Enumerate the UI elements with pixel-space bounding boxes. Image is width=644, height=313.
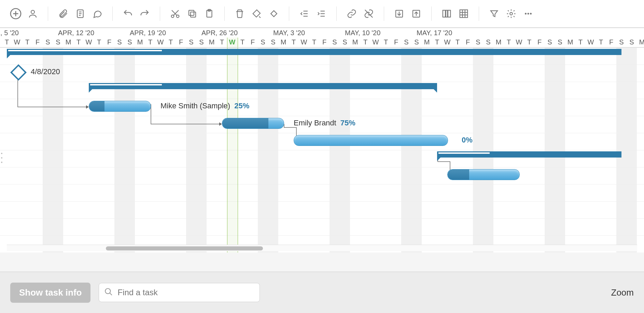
day-label: T xyxy=(504,38,514,46)
copy-button[interactable] xyxy=(185,6,200,21)
grid-button[interactable] xyxy=(456,6,471,21)
day-label: S xyxy=(401,38,411,46)
gantt-row: 4/8/2020 xyxy=(0,65,644,82)
day-label: T xyxy=(289,38,299,46)
separator xyxy=(431,6,432,21)
day-label: T xyxy=(360,38,370,46)
day-label: S xyxy=(114,38,125,46)
comment-button[interactable] xyxy=(90,6,105,21)
day-label: W xyxy=(155,38,166,46)
task-label: 0% xyxy=(458,136,473,145)
day-label: S xyxy=(43,38,53,46)
columns-button[interactable] xyxy=(439,6,454,21)
scrollbar-thumb[interactable] xyxy=(106,246,263,250)
add-button[interactable] xyxy=(8,6,23,21)
link-button[interactable] xyxy=(344,6,359,21)
task-bar[interactable] xyxy=(294,135,448,146)
svg-rect-13 xyxy=(189,10,194,15)
day-label: M xyxy=(135,38,145,46)
day-label: M xyxy=(278,38,289,46)
svg-rect-28 xyxy=(443,10,446,17)
outdent-button[interactable] xyxy=(297,6,312,21)
day-label: S xyxy=(340,38,350,46)
note-button[interactable] xyxy=(73,6,88,21)
undo-button[interactable] xyxy=(120,6,135,21)
day-label: S xyxy=(330,38,340,46)
show-task-info-button[interactable]: Show task info xyxy=(10,283,90,303)
separator xyxy=(224,6,225,21)
task-bar[interactable] xyxy=(447,169,520,180)
day-label: S xyxy=(258,38,268,46)
unlink-button[interactable] xyxy=(361,6,376,21)
summary-bar[interactable] xyxy=(7,49,621,55)
day-label: S xyxy=(555,38,565,46)
svg-point-36 xyxy=(510,12,513,15)
week-label: APR, 19 '20 xyxy=(130,29,166,37)
summary-bar[interactable] xyxy=(437,151,621,158)
day-label: F xyxy=(391,38,401,46)
horizontal-scrollbar[interactable] xyxy=(7,245,637,251)
day-label: S xyxy=(473,38,483,46)
day-label: T xyxy=(2,38,12,46)
task-bar[interactable] xyxy=(222,118,284,129)
cut-button[interactable] xyxy=(168,6,183,21)
assign-button[interactable] xyxy=(25,6,40,21)
day-label: F xyxy=(176,38,186,46)
search-icon xyxy=(104,287,113,298)
day-label: W xyxy=(12,38,22,46)
paint-button[interactable] xyxy=(249,6,264,21)
find-task-input[interactable] xyxy=(99,283,260,302)
day-label: W xyxy=(370,38,381,46)
settings-button[interactable] xyxy=(504,6,519,21)
day-label: S xyxy=(186,38,196,46)
indent-button[interactable] xyxy=(314,6,329,21)
day-label: S xyxy=(616,38,627,46)
day-label: T xyxy=(575,38,586,46)
day-label: S xyxy=(545,38,555,46)
separator xyxy=(479,6,479,21)
day-label: M xyxy=(637,38,644,46)
svg-rect-16 xyxy=(271,11,277,17)
milestone-diamond[interactable] xyxy=(10,64,27,81)
gantt-body[interactable]: 4/8/2020Mike Smith (Sample)25%Emily Bran… xyxy=(0,47,644,253)
day-label: T xyxy=(73,38,84,46)
attach-button[interactable] xyxy=(56,6,71,21)
gantt-chart: APR, 5 '20APR, 12 '20APR, 19 '20APR, 26 … xyxy=(0,28,644,253)
day-label: S xyxy=(627,38,637,46)
paste-button[interactable] xyxy=(202,6,217,21)
task-bar[interactable] xyxy=(89,101,151,112)
delete-button[interactable] xyxy=(232,6,247,21)
day-label: W xyxy=(299,38,309,46)
separator xyxy=(336,6,337,21)
day-label: M xyxy=(207,38,217,46)
find-task-wrap xyxy=(99,283,260,302)
day-label: M xyxy=(493,38,504,46)
day-label: W xyxy=(442,38,452,46)
svg-point-3 xyxy=(31,10,34,14)
day-label: M xyxy=(422,38,432,46)
day-label: T xyxy=(237,38,248,46)
svg-point-37 xyxy=(525,13,527,15)
svg-point-44 xyxy=(106,288,111,294)
day-label: S xyxy=(53,38,63,46)
svg-rect-31 xyxy=(460,10,468,18)
more-button[interactable] xyxy=(521,6,536,21)
svg-rect-12 xyxy=(191,12,196,17)
redo-button[interactable] xyxy=(137,6,152,21)
export-button[interactable] xyxy=(409,6,424,21)
milestone-button[interactable] xyxy=(266,6,281,21)
gantt-row xyxy=(0,47,644,65)
day-label: S xyxy=(268,38,278,46)
day-label: S xyxy=(483,38,493,46)
separator xyxy=(160,6,160,21)
side-handle[interactable] xyxy=(0,151,3,165)
filter-button[interactable] xyxy=(487,6,502,21)
gantt-row: Mike Smith (Sample)25% xyxy=(0,99,644,116)
day-label: F xyxy=(248,38,258,46)
summary-bar[interactable] xyxy=(89,83,437,89)
timeline-days: MTWTFSSMTWTFSSMTWTFSSMTWTFSSMTWTFSSMTWTF… xyxy=(0,38,644,47)
day-label: T xyxy=(432,38,442,46)
separator xyxy=(112,6,113,21)
week-label: APR, 5 '20 xyxy=(0,29,19,37)
import-button[interactable] xyxy=(392,6,407,21)
